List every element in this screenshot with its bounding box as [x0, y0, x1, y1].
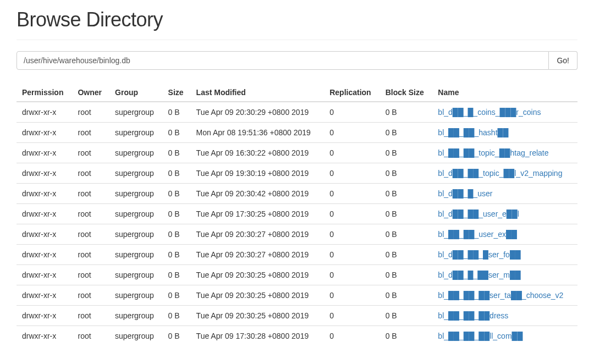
table-row: drwxr-xr-xrootsupergroup0 BTue Apr 09 19… [16, 163, 578, 184]
cell-replication: 0 [324, 265, 380, 285]
cell-group: supergroup [109, 143, 163, 163]
cell-block-size: 0 B [380, 123, 433, 143]
cell-group: supergroup [109, 306, 163, 326]
cell-size: 0 B [163, 326, 191, 346]
name-link[interactable]: bl_d██_█_coins_███r_coins [438, 108, 541, 117]
cell-size: 0 B [163, 306, 191, 326]
cell-permission: drwxr-xr-x [16, 123, 72, 143]
cell-block-size: 0 B [380, 224, 433, 245]
cell-size: 0 B [163, 163, 191, 184]
cell-name: bl_d██_██_topic_██l_v2_mapping [432, 163, 578, 184]
cell-replication: 0 [324, 143, 380, 163]
cell-last-modified: Tue Apr 09 17:30:25 +0800 2019 [191, 204, 324, 224]
cell-name: bl_d██_██_█ser_fo██ [432, 245, 578, 265]
cell-permission: drwxr-xr-x [16, 143, 72, 163]
cell-replication: 0 [324, 184, 380, 204]
table-row: drwxr-xr-xrootsupergroup0 BTue Apr 09 20… [16, 265, 578, 285]
name-link[interactable]: bl_d██_█_██ser_m██ [438, 271, 520, 279]
table-row: drwxr-xr-xrootsupergroup0 BTue Apr 09 20… [16, 285, 578, 306]
table-row: drwxr-xr-xrootsupergroup0 BTue Apr 09 16… [16, 143, 578, 163]
cell-size: 0 B [163, 204, 191, 224]
cell-last-modified: Tue Apr 09 20:30:27 +0800 2019 [191, 245, 324, 265]
cell-block-size: 0 B [380, 184, 433, 204]
cell-permission: drwxr-xr-x [16, 326, 72, 346]
cell-permission: drwxr-xr-x [16, 204, 72, 224]
cell-permission: drwxr-xr-x [16, 163, 72, 184]
cell-name: bl_██_██_██dress [432, 306, 578, 326]
cell-block-size: 0 B [380, 265, 433, 285]
cell-owner: root [72, 102, 109, 123]
cell-last-modified: Tue Apr 09 20:30:25 +0800 2019 [191, 265, 324, 285]
cell-last-modified: Mon Apr 08 19:51:36 +0800 2019 [191, 123, 324, 143]
cell-replication: 0 [324, 285, 380, 306]
cell-name: bl_██_██_██ser_ta██_choose_v2 [432, 285, 578, 306]
name-link[interactable]: bl_d██_█_user [438, 189, 492, 198]
cell-name: bl_██_██_██ll_com██ [432, 326, 578, 346]
name-link[interactable]: bl_d██_██_topic_██l_v2_mapping [438, 169, 562, 178]
cell-owner: root [72, 143, 109, 163]
cell-last-modified: Tue Apr 09 19:30:19 +0800 2019 [191, 163, 324, 184]
cell-group: supergroup [109, 326, 163, 346]
cell-group: supergroup [109, 265, 163, 285]
cell-name: bl_██_██_hasht██ [432, 123, 578, 143]
cell-last-modified: Tue Apr 09 20:30:42 +0800 2019 [191, 184, 324, 204]
cell-block-size: 0 B [380, 102, 433, 123]
table-row: drwxr-xr-xrootsupergroup0 BTue Apr 09 17… [16, 326, 578, 346]
cell-group: supergroup [109, 102, 163, 123]
go-button[interactable]: Go! [549, 51, 578, 70]
cell-size: 0 B [163, 143, 191, 163]
name-link[interactable]: bl_██_██_██dress [438, 311, 508, 320]
table-row: drwxr-xr-xrootsupergroup0 BMon Apr 08 19… [16, 123, 578, 143]
cell-last-modified: Tue Apr 09 17:30:28 +0800 2019 [191, 326, 324, 346]
cell-block-size: 0 B [380, 285, 433, 306]
name-link[interactable]: bl_██_██_██ser_ta██_choose_v2 [438, 291, 563, 300]
col-owner: Owner [72, 84, 109, 102]
table-row: drwxr-xr-xrootsupergroup0 BTue Apr 09 20… [16, 102, 578, 123]
col-last-modified: Last Modified [191, 84, 324, 102]
col-name: Name [432, 84, 578, 102]
name-link[interactable]: bl_██_██_██ll_com██ [438, 332, 522, 340]
col-size: Size [163, 84, 191, 102]
cell-replication: 0 [324, 204, 380, 224]
table-header-row: Permission Owner Group Size Last Modifie… [16, 84, 578, 102]
divider [16, 40, 578, 40]
col-replication: Replication [324, 84, 380, 102]
cell-size: 0 B [163, 285, 191, 306]
cell-name: bl_d██_██_user_e██l [432, 204, 578, 224]
name-link[interactable]: bl_██_██_topic_██htag_relate [438, 148, 548, 157]
cell-group: supergroup [109, 163, 163, 184]
cell-owner: root [72, 326, 109, 346]
col-block-size: Block Size [380, 84, 433, 102]
directory-table: Permission Owner Group Size Last Modifie… [16, 84, 578, 346]
cell-replication: 0 [324, 326, 380, 346]
name-link[interactable]: bl_██_██_user_ex██ [438, 230, 517, 239]
cell-group: supergroup [109, 285, 163, 306]
cell-last-modified: Tue Apr 09 20:30:25 +0800 2019 [191, 306, 324, 326]
table-row: drwxr-xr-xrootsupergroup0 BTue Apr 09 20… [16, 224, 578, 245]
cell-size: 0 B [163, 265, 191, 285]
cell-size: 0 B [163, 224, 191, 245]
name-link[interactable]: bl_██_██_hasht██ [438, 128, 508, 137]
cell-replication: 0 [324, 224, 380, 245]
page-title: Browse Directory [16, 8, 578, 31]
name-link[interactable]: bl_d██_██_user_e██l [438, 209, 519, 218]
path-input-group: Go! [16, 51, 578, 70]
cell-block-size: 0 B [380, 143, 433, 163]
cell-permission: drwxr-xr-x [16, 285, 72, 306]
cell-group: supergroup [109, 245, 163, 265]
cell-owner: root [72, 306, 109, 326]
cell-replication: 0 [324, 123, 380, 143]
cell-last-modified: Tue Apr 09 16:30:22 +0800 2019 [191, 143, 324, 163]
cell-size: 0 B [163, 102, 191, 123]
table-row: drwxr-xr-xrootsupergroup0 BTue Apr 09 20… [16, 306, 578, 326]
cell-size: 0 B [163, 184, 191, 204]
cell-block-size: 0 B [380, 326, 433, 346]
path-input[interactable] [16, 51, 549, 70]
cell-replication: 0 [324, 163, 380, 184]
name-link[interactable]: bl_d██_██_█ser_fo██ [438, 250, 520, 259]
cell-name: bl_d██_█_user [432, 184, 578, 204]
table-row: drwxr-xr-xrootsupergroup0 BTue Apr 09 20… [16, 184, 578, 204]
cell-permission: drwxr-xr-x [16, 245, 72, 265]
cell-size: 0 B [163, 123, 191, 143]
cell-owner: root [72, 285, 109, 306]
